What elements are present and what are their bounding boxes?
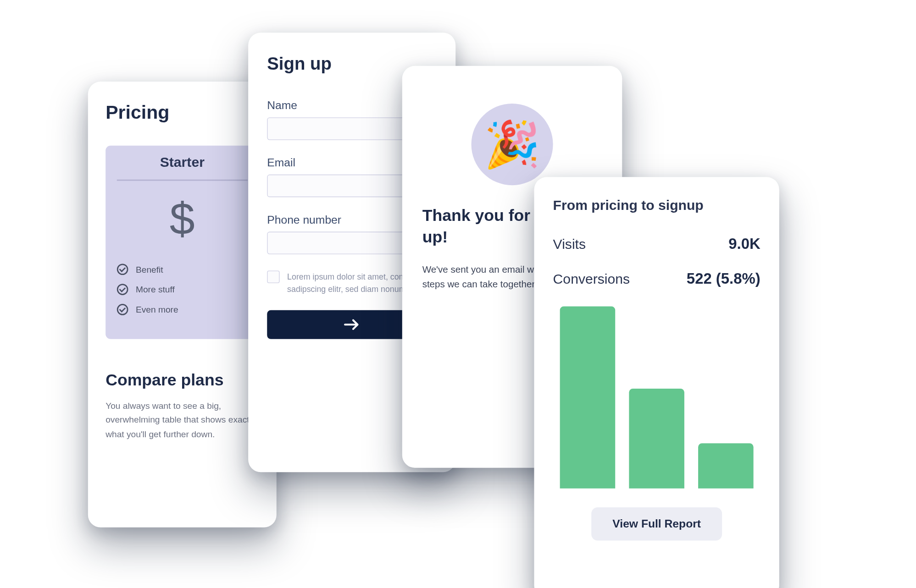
arrow-right-icon bbox=[343, 319, 361, 331]
view-full-report-button[interactable]: View Full Report bbox=[591, 507, 722, 541]
metric-row-visits: Visits 9.0K bbox=[553, 235, 761, 252]
report-title: From pricing to signup bbox=[553, 197, 761, 214]
funnel-bar bbox=[698, 443, 754, 489]
compare-plans-text: You always want to see a big, overwhelmi… bbox=[105, 399, 259, 441]
report-card: From pricing to signup Visits 9.0K Conve… bbox=[534, 177, 779, 588]
benefit-row: Benefit bbox=[117, 264, 248, 275]
metric-label: Visits bbox=[553, 236, 586, 253]
benefit-row: Even more bbox=[117, 304, 248, 315]
party-popper-icon: 🎉 bbox=[472, 104, 553, 185]
funnel-bar bbox=[560, 307, 616, 489]
benefit-label: Benefit bbox=[136, 264, 163, 275]
benefit-row: More stuff bbox=[117, 284, 248, 295]
consent-checkbox[interactable] bbox=[267, 270, 279, 283]
check-circle-icon bbox=[117, 304, 128, 315]
benefit-label: Even more bbox=[136, 304, 178, 314]
compare-plans-title: Compare plans bbox=[105, 370, 259, 390]
metric-value: 522 (5.8%) bbox=[687, 270, 761, 287]
funnel-bar bbox=[629, 388, 684, 489]
plan-name: Starter bbox=[117, 154, 248, 181]
plan-starter-box[interactable]: Starter $ Benefit More stuff Even more bbox=[105, 146, 259, 339]
check-circle-icon bbox=[117, 264, 128, 275]
benefit-label: More stuff bbox=[136, 285, 175, 295]
dollar-icon: $ bbox=[117, 196, 248, 241]
metric-row-conversions: Conversions 522 (5.8%) bbox=[553, 270, 761, 287]
funnel-bar-chart bbox=[553, 307, 761, 489]
pricing-title: Pricing bbox=[105, 102, 259, 123]
metric-label: Conversions bbox=[553, 271, 630, 288]
check-circle-icon bbox=[117, 284, 128, 295]
metric-value: 9.0K bbox=[728, 235, 760, 252]
